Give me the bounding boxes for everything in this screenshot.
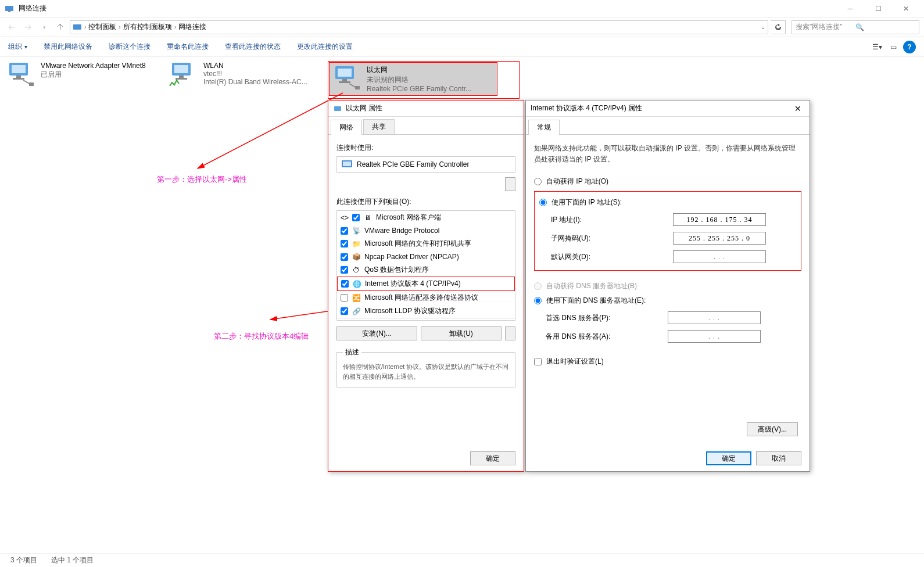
radio-use-ip[interactable]: 使用下面的 IP 地址(S): bbox=[539, 195, 796, 210]
breadcrumb-item[interactable]: 所有控制面板项 bbox=[123, 22, 172, 32]
ipv4-icon: 🌐 bbox=[352, 279, 361, 289]
list-item[interactable]: 🔗Microsoft LLDP 协议驱动程序 bbox=[337, 304, 515, 318]
adapter-device: Intel(R) Dual Band Wireless-AC... bbox=[203, 78, 307, 86]
cancel-button[interactable]: 取消 bbox=[756, 451, 801, 465]
mask-input[interactable]: 255 . 255 . 255 . 0 bbox=[673, 232, 766, 245]
breadcrumb-item[interactable]: 控制面板 bbox=[88, 22, 116, 32]
forward-button[interactable]: 🡢 bbox=[21, 20, 35, 34]
adapter-ethernet-selected[interactable]: 以太网 未识别的网络 Realtek PCIe GBE Family Contr… bbox=[329, 62, 518, 98]
adapter-status: 未识别的网络 bbox=[367, 75, 471, 85]
protocol-list[interactable]: <>🖥Microsoft 网络客户端 📡VMware Bridge Protoc… bbox=[336, 210, 515, 321]
disable-device[interactable]: 禁用此网络设备 bbox=[44, 42, 92, 52]
dropdown-history[interactable]: ▾ bbox=[37, 20, 51, 34]
proto-icon: 📦 bbox=[352, 252, 361, 261]
proto-icon: 📡 bbox=[352, 226, 361, 235]
diagnose[interactable]: 诊断这个连接 bbox=[109, 42, 151, 52]
description-label: 描述 bbox=[343, 347, 361, 357]
item-checkbox[interactable] bbox=[341, 227, 348, 235]
adapter-wlan[interactable]: WLAN vtec!!! Intel(R) Dual Band Wireless… bbox=[169, 62, 320, 87]
alternate-dns-input[interactable]: . . . bbox=[668, 330, 761, 343]
svg-rect-15 bbox=[339, 81, 350, 83]
proto-icon: 📁 bbox=[352, 239, 361, 249]
dialog-header: Internet 协议版本 4 (TCP/IPv4) 属性 ✕ bbox=[526, 101, 810, 117]
adapter-name: WLAN bbox=[203, 62, 307, 70]
advanced-button[interactable]: 高级(V)... bbox=[747, 422, 798, 436]
search-input[interactable]: 搜索"网络连接" 🔍 bbox=[792, 20, 919, 34]
mask-label: 子网掩码(U): bbox=[551, 234, 656, 243]
item-checkbox[interactable] bbox=[341, 266, 348, 274]
titlebar: 网络连接 ─ ☐ ✕ bbox=[0, 0, 924, 17]
dialog-header: 以太网 属性 bbox=[328, 101, 524, 117]
location-icon bbox=[73, 23, 82, 32]
close-button[interactable]: ✕ bbox=[893, 1, 919, 17]
minimize-button[interactable]: ─ bbox=[837, 1, 864, 17]
validate-checkbox[interactable]: 退出时验证设置(L) bbox=[534, 357, 801, 367]
list-item[interactable]: ⏱QoS 数据包计划程序 bbox=[337, 263, 515, 277]
list-item[interactable]: 📦Npcap Packet Driver (NPCAP) bbox=[337, 250, 515, 263]
view-options-icon[interactable]: ☰▾ bbox=[871, 41, 883, 53]
radio-use-dns[interactable]: 使用下面的 DNS 服务器地址(E): bbox=[534, 293, 801, 308]
ethernet-icon bbox=[333, 104, 342, 113]
radio-auto-ip[interactable]: 自动获得 IP 地址(O) bbox=[534, 174, 801, 189]
svg-rect-6 bbox=[13, 78, 24, 80]
item-checkbox[interactable] bbox=[341, 253, 348, 261]
list-item-ipv4[interactable]: 🌐Internet 协议版本 4 (TCP/IPv4) bbox=[337, 277, 515, 291]
tab-sharing[interactable]: 共享 bbox=[363, 119, 395, 134]
adapter-icon bbox=[6, 62, 35, 87]
help-icon[interactable]: ? bbox=[903, 41, 916, 53]
back-button[interactable]: 🡠 bbox=[5, 20, 19, 34]
client-icon: 🖥 bbox=[363, 213, 373, 223]
horizontal-scrollbar[interactable] bbox=[337, 318, 515, 321]
tab-general[interactable]: 常规 bbox=[528, 120, 560, 135]
ok-button[interactable]: 确定 bbox=[470, 451, 515, 465]
radio-auto-dns: 自动获得 DNS 服务器地址(B) bbox=[534, 279, 801, 293]
svg-rect-16 bbox=[355, 86, 360, 89]
list-item[interactable]: 📁Microsoft 网络的文件和打印机共享 bbox=[337, 237, 515, 250]
list-item[interactable]: <>🖥Microsoft 网络客户端 bbox=[337, 211, 515, 224]
annotation-step1: 第一步：选择以太网->属性 bbox=[157, 174, 247, 185]
svg-rect-1 bbox=[8, 11, 10, 12]
svg-rect-4 bbox=[12, 65, 26, 73]
ip-label: IP 地址(I): bbox=[551, 215, 656, 225]
organize-menu[interactable]: 组织 bbox=[8, 42, 27, 52]
search-placeholder: 搜索"网络连接" bbox=[796, 22, 855, 32]
close-icon[interactable]: ✕ bbox=[791, 104, 805, 113]
item-checkbox[interactable] bbox=[341, 294, 348, 302]
items-label: 此连接使用下列项目(O): bbox=[336, 197, 515, 207]
configure-button-truncated[interactable] bbox=[505, 177, 515, 191]
item-label: QoS 数据包计划程序 bbox=[364, 265, 429, 275]
item-checkbox[interactable] bbox=[341, 280, 349, 288]
properties-button-truncated[interactable] bbox=[505, 326, 515, 340]
item-checkbox[interactable] bbox=[352, 214, 360, 221]
rename[interactable]: 重命名此连接 bbox=[167, 42, 209, 52]
preview-pane-icon[interactable]: ▭ bbox=[887, 41, 900, 53]
status-bar: 3 个项目 选中 1 个项目 bbox=[0, 553, 924, 567]
breadcrumb-dropdown[interactable]: ⌄ bbox=[761, 24, 765, 30]
view-status[interactable]: 查看此连接的状态 bbox=[225, 42, 281, 52]
change-settings[interactable]: 更改此连接的设置 bbox=[297, 42, 353, 52]
breadcrumb-item[interactable]: 网络连接 bbox=[178, 22, 206, 32]
adapter-vmnet8[interactable]: VMware Network Adapter VMnet8 已启用 bbox=[6, 62, 157, 87]
list-item[interactable]: 🔀Microsoft 网络适配器多路传送器协议 bbox=[337, 291, 515, 304]
refresh-button[interactable] bbox=[771, 20, 786, 34]
item-label: Internet 协议版本 4 (TCP/IPv4) bbox=[365, 279, 461, 289]
list-item[interactable]: 📡VMware Bridge Protocol bbox=[337, 224, 515, 237]
ip-input[interactable]: 192 . 168 . 175 . 34 bbox=[673, 213, 766, 226]
gateway-input[interactable]: . . . bbox=[673, 250, 766, 263]
uninstall-button[interactable]: 卸载(U) bbox=[421, 326, 502, 340]
adapter-icon bbox=[332, 65, 361, 91]
ok-button[interactable]: 确定 bbox=[706, 451, 751, 465]
breadcrumb[interactable]: › 控制面板 › 所有控制面板项 › 网络连接 ⌄ bbox=[70, 20, 768, 34]
preferred-dns-label: 首选 DNS 服务器(P): bbox=[546, 313, 650, 323]
preferred-dns-input[interactable]: . . . bbox=[668, 311, 761, 324]
search-icon: 🔍 bbox=[855, 23, 915, 31]
tab-network[interactable]: 网络 bbox=[331, 120, 362, 135]
maximize-button[interactable]: ☐ bbox=[865, 1, 891, 17]
up-button[interactable]: 🡡 bbox=[53, 20, 67, 34]
install-button[interactable]: 安装(N)... bbox=[336, 326, 417, 340]
adapter-status: 已启用 bbox=[41, 70, 146, 80]
ipv4-properties-dialog: Internet 协议版本 4 (TCP/IPv4) 属性 ✕ 常规 如果网络支… bbox=[525, 100, 810, 472]
item-checkbox[interactable] bbox=[341, 307, 348, 315]
svg-rect-14 bbox=[342, 79, 347, 81]
item-checkbox[interactable] bbox=[341, 240, 348, 247]
